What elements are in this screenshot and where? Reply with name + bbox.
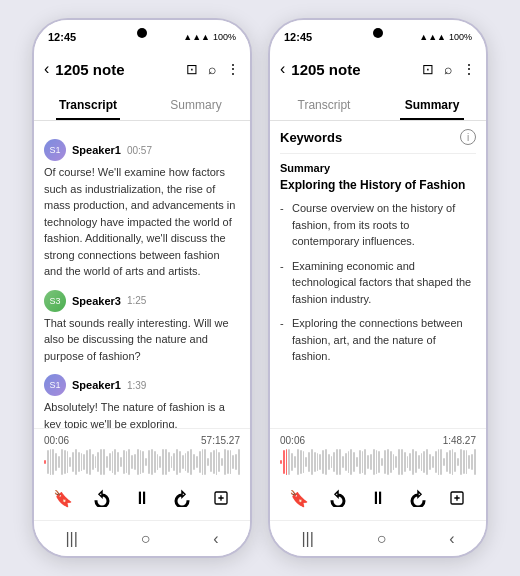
more-icon-right[interactable]: ⋮ bbox=[462, 61, 476, 77]
divider bbox=[280, 153, 476, 154]
bullet-list: Course overview on the history of fashio… bbox=[280, 200, 476, 365]
status-bar-right: 12:45 ▲▲▲ 100% bbox=[270, 20, 486, 48]
waveform-left[interactable] bbox=[44, 448, 240, 476]
more-icon-left[interactable]: ⋮ bbox=[226, 61, 240, 77]
tab-transcript-left[interactable]: Transcript bbox=[34, 90, 142, 120]
player-controls-left: 🔖 ⏸ bbox=[44, 480, 240, 516]
nav-back-left[interactable]: ‹ bbox=[213, 530, 218, 548]
bullet-item-2: Exploring the connections between fashio… bbox=[280, 315, 476, 365]
summary-content-right: Keywords i Summary Exploring the History… bbox=[270, 121, 486, 428]
nav-home-right[interactable]: ||| bbox=[301, 530, 313, 548]
nav-circle-right[interactable]: ○ bbox=[377, 530, 387, 548]
nav-bar-right: ||| ○ ‹ bbox=[270, 520, 486, 556]
search-icon-left[interactable]: ⌕ bbox=[208, 61, 216, 77]
speaker-avatar-1: S3 bbox=[44, 290, 66, 312]
rewind-btn-left[interactable] bbox=[88, 484, 116, 512]
current-time-right: 00:06 bbox=[280, 435, 305, 446]
bullet-item-0: Course overview on the history of fashio… bbox=[280, 200, 476, 250]
summary-section-label: Summary bbox=[280, 162, 476, 174]
nav-home-left[interactable]: ||| bbox=[65, 530, 77, 548]
battery-right: 100% bbox=[449, 32, 472, 42]
info-icon[interactable]: i bbox=[460, 129, 476, 145]
phone-right: 12:45 ▲▲▲ 100% ‹ 1205 note ⊡ ⌕ ⋮ Transcr… bbox=[268, 18, 488, 558]
header-icons-left: ⊡ ⌕ ⋮ bbox=[186, 61, 240, 77]
app-title-left: 1205 note bbox=[55, 61, 186, 78]
player-times-left: 00:06 57:15.27 bbox=[44, 435, 240, 446]
transcript-text-2: Absolutely! The nature of fashion is a k… bbox=[44, 399, 240, 428]
notch-left bbox=[137, 28, 147, 38]
nav-back-right[interactable]: ‹ bbox=[449, 530, 454, 548]
search-icon-right[interactable]: ⌕ bbox=[444, 61, 452, 77]
speaker-time-0: 00:57 bbox=[127, 145, 152, 156]
player-controls-right: 🔖 ⏸ bbox=[280, 480, 476, 516]
back-button-right[interactable]: ‹ bbox=[280, 60, 285, 78]
total-time-right: 1:48.27 bbox=[443, 435, 476, 446]
bullet-item-1: Examining economic and technological fac… bbox=[280, 258, 476, 308]
app-title-right: 1205 note bbox=[291, 61, 422, 78]
forward-btn-right[interactable] bbox=[404, 484, 432, 512]
app-header-right: ‹ 1205 note ⊡ ⌕ ⋮ bbox=[270, 48, 486, 90]
status-icons-right: ▲▲▲ 100% bbox=[419, 32, 472, 42]
speaker-name-0: Speaker1 bbox=[72, 144, 121, 156]
status-time-right: 12:45 bbox=[284, 31, 312, 43]
tabs-right: Transcript Summary bbox=[270, 90, 486, 121]
download-btn-left[interactable] bbox=[207, 484, 235, 512]
speaker-name-1: Speaker3 bbox=[72, 295, 121, 307]
transcript-text-1: That sounds really interesting. Will we … bbox=[44, 315, 240, 365]
status-icons-left: ▲▲▲ 100% bbox=[183, 32, 236, 42]
forward-btn-left[interactable] bbox=[168, 484, 196, 512]
speaker-time-1: 1:25 bbox=[127, 295, 146, 306]
speaker-row-0: S1 Speaker1 00:57 bbox=[44, 139, 240, 161]
status-bar-left: 12:45 ▲▲▲ 100% bbox=[34, 20, 250, 48]
player-bar-right: 00:06 1:48.27 🔖 ⏸ bbox=[270, 428, 486, 520]
total-time-left: 57:15.27 bbox=[201, 435, 240, 446]
player-bar-left: 00:06 57:15.27 🔖 ⏸ bbox=[34, 428, 250, 520]
waveform-right[interactable] bbox=[280, 448, 476, 476]
signal-icon-left: ▲▲▲ bbox=[183, 32, 210, 42]
tab-summary-left[interactable]: Summary bbox=[142, 90, 250, 120]
transcript-content-left: S1 Speaker1 00:57 Of course! We'll exami… bbox=[34, 121, 250, 428]
notch-right bbox=[373, 28, 383, 38]
tabs-left: Transcript Summary bbox=[34, 90, 250, 121]
pause-btn-right[interactable]: ⏸ bbox=[362, 482, 394, 514]
keywords-row: Keywords i bbox=[280, 129, 476, 145]
speaker-avatar-2: S1 bbox=[44, 374, 66, 396]
summary-title: Exploring the History of Fashion bbox=[280, 178, 476, 192]
tab-transcript-right[interactable]: Transcript bbox=[270, 90, 378, 120]
player-times-right: 00:06 1:48.27 bbox=[280, 435, 476, 446]
tab-summary-right[interactable]: Summary bbox=[378, 90, 486, 120]
phone-left: 12:45 ▲▲▲ 100% ‹ 1205 note ⊡ ⌕ ⋮ Transcr… bbox=[32, 18, 252, 558]
nav-circle-left[interactable]: ○ bbox=[141, 530, 151, 548]
nav-bar-left: ||| ○ ‹ bbox=[34, 520, 250, 556]
keywords-label: Keywords bbox=[280, 130, 342, 145]
speaker-name-2: Speaker1 bbox=[72, 379, 121, 391]
back-button-left[interactable]: ‹ bbox=[44, 60, 49, 78]
battery-left: 100% bbox=[213, 32, 236, 42]
speaker-row-2: S1 Speaker1 1:39 bbox=[44, 374, 240, 396]
signal-icon-right: ▲▲▲ bbox=[419, 32, 446, 42]
bookmark-btn-left[interactable]: 🔖 bbox=[49, 484, 77, 512]
current-time-left: 00:06 bbox=[44, 435, 69, 446]
rewind-btn-right[interactable] bbox=[324, 484, 352, 512]
pause-btn-left[interactable]: ⏸ bbox=[126, 482, 158, 514]
speaker-row-1: S3 Speaker3 1:25 bbox=[44, 290, 240, 312]
status-time-left: 12:45 bbox=[48, 31, 76, 43]
header-icons-right: ⊡ ⌕ ⋮ bbox=[422, 61, 476, 77]
speaker-avatar-0: S1 bbox=[44, 139, 66, 161]
gallery-icon-right[interactable]: ⊡ bbox=[422, 61, 434, 77]
bookmark-btn-right[interactable]: 🔖 bbox=[285, 484, 313, 512]
download-btn-right[interactable] bbox=[443, 484, 471, 512]
speaker-time-2: 1:39 bbox=[127, 380, 146, 391]
transcript-text-0: Of course! We'll examine how factors suc… bbox=[44, 164, 240, 280]
gallery-icon-left[interactable]: ⊡ bbox=[186, 61, 198, 77]
app-header-left: ‹ 1205 note ⊡ ⌕ ⋮ bbox=[34, 48, 250, 90]
